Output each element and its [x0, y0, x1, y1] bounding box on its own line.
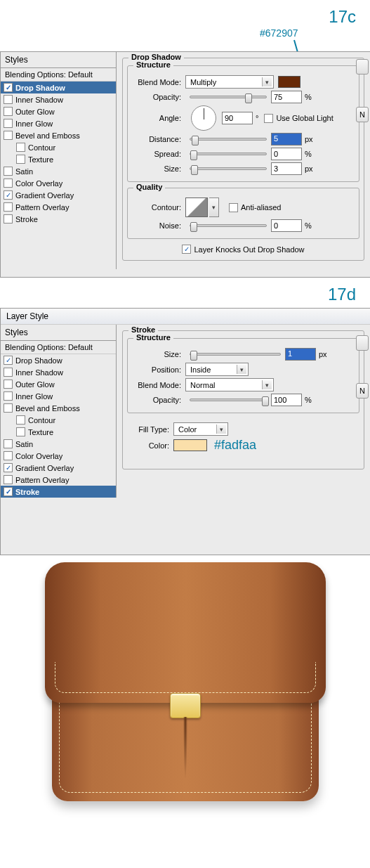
- checkbox[interactable]: ✓: [4, 356, 13, 365]
- style-item-outer-glow[interactable]: Outer Glow: [1, 105, 116, 117]
- checkbox[interactable]: [4, 202, 13, 212]
- style-item-texture[interactable]: Texture: [1, 153, 116, 165]
- size-slider[interactable]: [190, 353, 281, 356]
- checkbox[interactable]: [16, 427, 25, 436]
- style-item-inner-glow[interactable]: Inner Glow: [1, 117, 116, 129]
- style-item-label: Inner Shadow: [15, 368, 63, 377]
- select-value: Multiply: [190, 78, 216, 86]
- blend-mode-select[interactable]: Normal: [185, 378, 274, 391]
- styles-header: Styles: [1, 325, 116, 341]
- chevron-down-icon[interactable]: [209, 197, 219, 217]
- checkbox[interactable]: [4, 214, 13, 224]
- position-select[interactable]: Inside: [185, 363, 249, 376]
- size-label: Size:: [132, 350, 185, 358]
- anti-aliased-checkbox[interactable]: [229, 203, 238, 212]
- style-item-drop-shadow[interactable]: ✓Drop Shadow: [1, 354, 116, 366]
- style-item-color-overlay[interactable]: Color Overlay: [1, 450, 116, 462]
- checkbox[interactable]: [4, 403, 13, 413]
- checkbox[interactable]: [16, 155, 25, 164]
- opacity-input[interactable]: [271, 394, 302, 406]
- style-item-pattern-overlay[interactable]: Pattern Overlay: [1, 201, 116, 213]
- style-item-stroke[interactable]: Stroke: [1, 213, 116, 225]
- ok-button-partial[interactable]: [356, 59, 369, 75]
- spread-input[interactable]: [271, 148, 302, 160]
- checkbox[interactable]: [4, 475, 13, 484]
- angle-dial[interactable]: [191, 105, 216, 131]
- size-input[interactable]: 1: [285, 348, 316, 361]
- style-item-label: Contour: [28, 143, 55, 152]
- size-slider[interactable]: [190, 167, 267, 170]
- style-item-bevel-emboss[interactable]: Bevel and Emboss: [1, 129, 116, 141]
- style-item-inner-shadow[interactable]: Inner Shadow: [1, 93, 116, 105]
- checkbox[interactable]: [4, 368, 13, 377]
- checkbox[interactable]: ✓: [4, 463, 13, 472]
- structure-legend: Structure: [133, 333, 173, 342]
- new-style-button-partial[interactable]: N: [356, 107, 369, 122]
- position-label: Position:: [132, 365, 185, 374]
- style-item-contour[interactable]: Contour: [1, 141, 116, 153]
- style-item-pattern-overlay[interactable]: Pattern Overlay: [1, 474, 116, 486]
- distance-slider[interactable]: [190, 138, 267, 141]
- checkbox[interactable]: [4, 451, 13, 460]
- stroke-settings: Stroke Structure Size: 1 px Position: In…: [117, 325, 370, 498]
- style-item-satin[interactable]: Satin: [1, 438, 116, 450]
- size-input[interactable]: [271, 162, 302, 175]
- noise-input[interactable]: [271, 219, 302, 232]
- stroke-color-swatch[interactable]: [173, 439, 207, 451]
- checkbox[interactable]: [16, 415, 25, 425]
- checkbox[interactable]: [4, 107, 13, 116]
- style-item-label: Outer Glow: [15, 108, 55, 116]
- blending-options-default[interactable]: Blending Options: Default: [1, 68, 116, 82]
- checkbox[interactable]: [4, 131, 13, 140]
- checkbox[interactable]: ✓: [4, 487, 13, 496]
- spread-slider[interactable]: [190, 153, 267, 155]
- style-item-satin[interactable]: Satin: [1, 165, 116, 177]
- checkbox[interactable]: [4, 380, 13, 389]
- style-item-label: Contour: [28, 416, 55, 425]
- ok-button-partial[interactable]: [356, 335, 369, 351]
- opacity-slider[interactable]: [190, 399, 267, 401]
- chevron-down-icon: [216, 425, 226, 434]
- checkbox[interactable]: [4, 179, 13, 188]
- style-item-inner-glow[interactable]: Inner Glow: [1, 390, 116, 402]
- blend-mode-select[interactable]: Multiply: [185, 75, 274, 89]
- percent-unit: %: [305, 221, 312, 230]
- style-item-gradient-overlay[interactable]: ✓Gradient Overlay: [1, 189, 116, 201]
- layer-knocks-out-checkbox[interactable]: ✓: [182, 245, 191, 254]
- checkbox[interactable]: ✓: [4, 190, 13, 200]
- size-label: Size:: [132, 164, 185, 173]
- opacity-slider[interactable]: [190, 96, 267, 98]
- use-global-light-checkbox[interactable]: [264, 114, 273, 123]
- checkbox[interactable]: [4, 167, 13, 176]
- percent-unit: %: [305, 150, 312, 158]
- opacity-label: Opacity:: [132, 93, 185, 101]
- checkbox[interactable]: [4, 391, 13, 401]
- angle-input[interactable]: [222, 112, 253, 124]
- new-style-button-partial[interactable]: N: [356, 383, 369, 399]
- checkbox-drop-shadow[interactable]: ✓: [4, 83, 13, 92]
- style-item-color-overlay[interactable]: Color Overlay: [1, 177, 116, 189]
- degree-unit: °: [256, 114, 258, 122]
- checkbox[interactable]: [4, 95, 13, 104]
- style-item-outer-glow[interactable]: Outer Glow: [1, 378, 116, 390]
- color-label: Color:: [131, 441, 173, 450]
- style-item-drop-shadow[interactable]: ✓ Drop Shadow: [1, 82, 116, 93]
- shadow-color-swatch[interactable]: [278, 76, 300, 88]
- style-item-stroke[interactable]: ✓Stroke: [1, 486, 116, 498]
- fill-type-select[interactable]: Color: [173, 422, 228, 436]
- blending-options-default[interactable]: Blending Options: Default: [1, 341, 116, 354]
- opacity-input[interactable]: [271, 91, 302, 103]
- noise-slider[interactable]: [190, 224, 267, 227]
- style-item-texture[interactable]: Texture: [1, 426, 116, 438]
- style-item-gradient-overlay[interactable]: ✓Gradient Overlay: [1, 462, 116, 474]
- contour-picker[interactable]: [185, 197, 208, 217]
- checkbox[interactable]: [4, 119, 13, 128]
- style-item-label: Texture: [28, 428, 53, 436]
- style-item-contour[interactable]: Contour: [1, 414, 116, 426]
- checkbox[interactable]: [4, 439, 13, 448]
- style-item-inner-shadow[interactable]: Inner Shadow: [1, 366, 116, 378]
- style-item-bevel-emboss[interactable]: Bevel and Emboss: [1, 402, 116, 414]
- distance-input[interactable]: 5: [271, 133, 302, 145]
- checkbox[interactable]: [16, 143, 25, 152]
- use-global-light-label: Use Global Light: [276, 114, 333, 122]
